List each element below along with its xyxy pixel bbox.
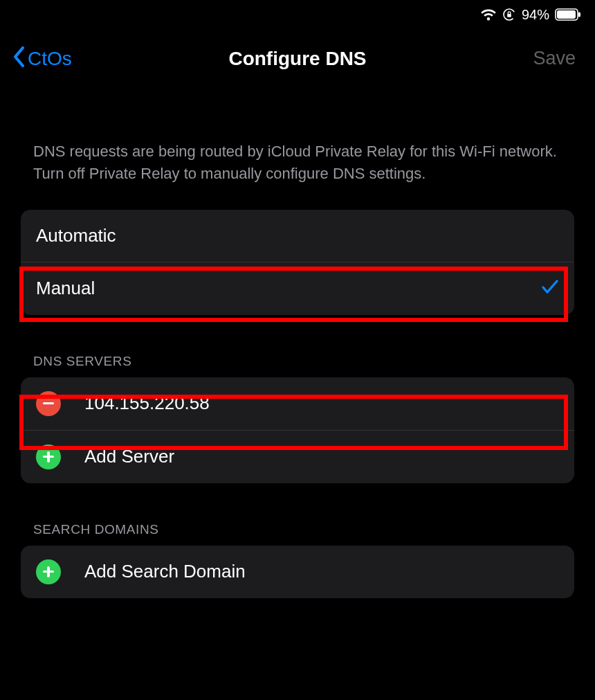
dns-mode-automatic-label: Automatic: [36, 225, 559, 246]
add-search-domain-button[interactable]: [36, 559, 61, 584]
svg-rect-3: [557, 10, 576, 19]
add-search-domain-label: Add Search Domain: [84, 561, 246, 582]
minus-icon: [43, 402, 54, 404]
battery-icon: [555, 8, 581, 21]
rotation-lock-icon: [502, 8, 516, 21]
add-server-button[interactable]: [36, 445, 61, 469]
dns-servers-group: 104.155.220.58 Add Server: [21, 377, 574, 483]
battery-percent: 94%: [522, 7, 549, 23]
plus-icon: [43, 451, 54, 463]
svg-rect-1: [507, 14, 511, 17]
dns-servers-header: DNS SERVERS: [33, 354, 571, 369]
save-button[interactable]: Save: [533, 48, 576, 69]
add-server-row[interactable]: Add Server: [21, 430, 574, 483]
dns-server-ip: 104.155.220.58: [84, 393, 210, 414]
checkmark-icon: [541, 278, 559, 300]
dns-mode-automatic[interactable]: Automatic: [21, 210, 574, 262]
wifi-icon: [480, 8, 497, 21]
back-button[interactable]: CtOs: [12, 46, 72, 71]
dns-server-row[interactable]: 104.155.220.58: [21, 377, 574, 430]
dns-mode-group: Automatic Manual: [21, 210, 574, 315]
nav-bar: CtOs Configure DNS Save: [0, 25, 595, 85]
plus-icon: [43, 566, 54, 577]
search-domains-header: SEARCH DOMAINS: [33, 522, 571, 537]
dns-mode-manual[interactable]: Manual: [21, 262, 574, 315]
back-label: CtOs: [28, 48, 72, 70]
remove-server-button[interactable]: [36, 391, 61, 416]
add-server-label: Add Server: [84, 446, 174, 467]
status-bar: 94%: [0, 0, 595, 25]
add-search-domain-row[interactable]: Add Search Domain: [21, 546, 574, 598]
chevron-left-icon: [12, 46, 26, 71]
private-relay-hint: DNS requests are being routed by iCloud …: [33, 141, 562, 185]
search-domains-group: Add Search Domain: [21, 546, 574, 598]
page-title: Configure DNS: [228, 48, 366, 70]
dns-mode-manual-label: Manual: [36, 278, 541, 299]
svg-rect-4: [578, 12, 580, 17]
